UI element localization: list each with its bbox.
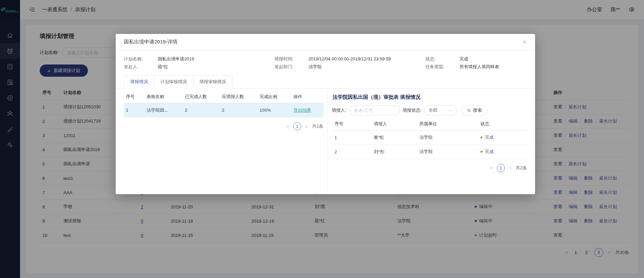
column-header: 表格名称 xyxy=(145,91,183,103)
column-header: 序号 xyxy=(332,117,371,130)
reporter-search-input[interactable] xyxy=(349,105,400,115)
status-dot-icon xyxy=(480,136,482,138)
export-results-link[interactable]: 导出结果 xyxy=(293,108,311,113)
forms-pagination: < 1 > 共1条 xyxy=(124,122,323,130)
info-task-type: 任务类型:所有填报人填同样表 xyxy=(425,63,527,70)
form-detail-title: 法学院因私出国（境）审批表 填报情况 xyxy=(333,94,526,100)
page-number-1-active[interactable]: 1 xyxy=(497,164,505,172)
total-count: 共1条 xyxy=(312,123,323,129)
prev-page-icon[interactable]: < xyxy=(286,124,289,129)
total-count: 共2条 xyxy=(516,165,527,171)
info-status: 状态:完成 xyxy=(425,56,527,62)
column-header: 填报人 xyxy=(371,117,417,130)
info-initiator-dept: 发起部门:法学院 xyxy=(274,63,425,70)
row-index-cell: 1 xyxy=(124,103,145,117)
status-dot-icon xyxy=(480,151,482,153)
row-index-cell: 1 xyxy=(332,130,371,145)
reporter-name-cell: 黎*虹 xyxy=(371,130,417,145)
column-header: 完成比例 xyxy=(258,91,291,103)
forms-summary-pane: 序号 表格名称 已完成人数 应填报人数 完成比例 操作 1 法学院因... 2 … xyxy=(124,91,323,194)
column-header: 序号 xyxy=(124,91,145,103)
page-number-1-active[interactable]: 1 xyxy=(293,122,301,130)
info-initiator: 发起人:疏*红 xyxy=(124,63,274,70)
modal-title: 因私出境申请2019-详情 xyxy=(124,39,177,45)
reporter-name-cell: 刘*彤 xyxy=(371,145,417,159)
actions-cell: 导出结果 xyxy=(291,103,323,117)
column-header: 状态 xyxy=(478,117,527,130)
info-plan-name: 计划名称:因私出境申请2019 xyxy=(124,56,274,62)
department-cell: 法学院 xyxy=(417,130,478,145)
form-name-cell: 法学院因... xyxy=(145,103,183,117)
column-header: 所属单位 xyxy=(417,117,478,130)
row-index-cell: 2 xyxy=(332,145,371,159)
report-status-select[interactable]: 全部 xyxy=(424,105,457,115)
prev-page-icon[interactable]: < xyxy=(490,165,493,170)
close-icon[interactable] xyxy=(522,40,527,44)
next-page-icon[interactable]: > xyxy=(509,165,512,170)
modal-tabs: 填报情况 计划审核情况 填报审核情况 xyxy=(116,70,535,89)
reporter-label: 填报人: xyxy=(332,107,346,113)
completed-count-cell: 2 xyxy=(183,103,220,117)
tab-plan-review[interactable]: 计划审核情况 xyxy=(154,75,193,89)
status-cell: 完成 xyxy=(478,130,527,145)
department-cell: 法学院 xyxy=(417,145,478,159)
info-report-time: 填报时间:2019/12/04 00:00:00-2019/12/31 23:5… xyxy=(274,56,425,62)
modal-header: 因私出境申请2019-详情 xyxy=(116,34,535,50)
tab-report-status[interactable]: 填报情况 xyxy=(124,75,154,89)
completion-ratio-cell: 100% xyxy=(258,103,291,117)
plan-info-section: 计划名称:因私出境申请2019 发起人:疏*红 填报时间:2019/12/04 … xyxy=(116,50,535,70)
report-status-label: 填报状态: xyxy=(403,107,422,113)
status-cell: 完成 xyxy=(478,145,527,159)
detail-filter-row: 填报人: 填报状态: 全部 搜索 xyxy=(332,105,527,115)
search-icon xyxy=(467,108,471,113)
search-button[interactable]: 搜索 xyxy=(461,105,487,115)
form-row-selected[interactable]: 1 法学院因... 2 2 100% 导出结果 xyxy=(124,103,323,117)
reporters-header-row: 序号 填报人 所属单位 状态 xyxy=(332,117,527,130)
selected-option: 全部 xyxy=(429,107,437,113)
reporter-row: 1 黎*虹 法学院 完成 xyxy=(332,130,527,145)
next-page-icon[interactable]: > xyxy=(305,124,308,129)
plan-detail-modal: 因私出境申请2019-详情 计划名称:因私出境申请2019 发起人:疏*红 填报… xyxy=(116,34,535,194)
required-count-cell: 2 xyxy=(220,103,258,117)
forms-header-row: 序号 表格名称 已完成人数 应填报人数 完成比例 操作 xyxy=(124,91,323,103)
tab-report-review[interactable]: 填报审核情况 xyxy=(193,75,232,89)
column-header: 操作 xyxy=(291,91,323,103)
reporter-row: 2 刘*彤 法学院 完成 xyxy=(332,145,527,159)
form-detail-pane: 法学院因私出国（境）审批表 填报情况 填报人: 填报状态: 全部 搜索 xyxy=(327,91,527,194)
reporters-pagination: < 1 > 共2条 xyxy=(332,164,527,172)
search-button-label: 搜索 xyxy=(473,107,482,113)
column-header: 应填报人数 xyxy=(220,91,258,103)
column-header: 已完成人数 xyxy=(183,91,220,103)
forms-table: 序号 表格名称 已完成人数 应填报人数 完成比例 操作 1 法学院因... 2 … xyxy=(124,91,323,117)
chevron-down-icon xyxy=(449,109,452,112)
modal-body: 序号 表格名称 已完成人数 应填报人数 完成比例 操作 1 法学院因... 2 … xyxy=(116,89,535,194)
reporters-table: 序号 填报人 所属单位 状态 1 黎*虹 法学院 完成 2 xyxy=(332,117,527,159)
